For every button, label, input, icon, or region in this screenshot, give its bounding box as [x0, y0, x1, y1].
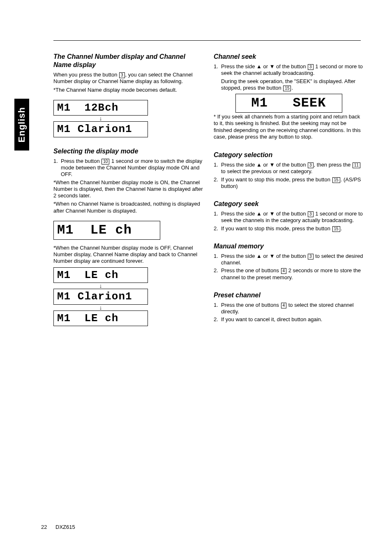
arrow-down-icon: ↓ [53, 283, 148, 289]
note: *When the Channel Number display mode is… [53, 245, 203, 265]
lcd-display: M1 Clarion1 [53, 289, 148, 305]
footer-model: DXZ615 [55, 524, 75, 531]
sec-channel-seek-title: Channel seek [214, 53, 364, 61]
sec-channel-display-note: *The Channel Name display mode becomes d… [53, 87, 203, 93]
sec-channel-display-body: When you press the button 3, you can sel… [53, 72, 203, 85]
language-tab: English [14, 99, 29, 151]
sec-manual-memory-title: Manual memory [214, 242, 364, 250]
sec-display-mode-title: Selecting the display mode [53, 147, 203, 155]
button-3: 3 [308, 162, 314, 168]
button-3: 3 [119, 72, 125, 78]
lcd-display: M1 SEEK [235, 94, 342, 113]
step-2: 2. If you want to stop this mode, press … [214, 225, 364, 232]
step-1: 1. Press the button 10 1 second or more … [53, 158, 203, 178]
arrow-down-icon: ↓ [53, 305, 148, 310]
button-4: 4 [281, 303, 287, 308]
note: * If you seek all channels from a starti… [214, 114, 364, 140]
button-10: 10 [101, 159, 109, 164]
step-1: 1. Press the one of buttons 4 to select … [214, 302, 364, 315]
lcd-display: M1 LE ch [53, 267, 148, 283]
step-2: 2. If you want to cancel it, direct butt… [214, 316, 364, 323]
step-2: 2. Press the one of buttons 4 2 seconds … [214, 267, 364, 281]
button-3: 3 [308, 64, 314, 70]
button-15: 15 [283, 86, 291, 91]
arrow-down-icon: ↓ [53, 116, 148, 121]
lcd-stack-1: M1 12Bch ↓ M1 Clarion1 [53, 99, 203, 138]
note: *When no Channel Name is broadcasted, no… [53, 201, 203, 214]
header-rule [53, 40, 361, 41]
lcd-display: M1 LE ch [53, 310, 148, 327]
sec-channel-display-title: The Channel Number display and Channel N… [53, 53, 203, 69]
step-1: 1. Press the side ▲ or ▼ of the button 3… [214, 253, 364, 266]
step-1: 1. Press the side ▲ or ▼ of the button 3… [214, 211, 364, 224]
lcd-display: M1 Clarion1 [53, 121, 148, 137]
lcd-stack-2: M1 LE ch ↓ M1 Clarion1 ↓ M1 LE ch [53, 266, 203, 327]
lcd-display: M1 LE ch [53, 221, 160, 240]
button-11: 11 [353, 162, 360, 168]
step-1: 1. Press the side ▲ or ▼ of the button 3… [214, 63, 364, 77]
sec-preset-channel-title: Preset channel [214, 291, 364, 299]
sec-category-seek-title: Category seek [214, 200, 364, 208]
button-3: 3 [308, 211, 314, 217]
step-1: 1. Press the side ▲ or ▼ of the button 3… [214, 162, 364, 175]
lcd-display: M1 12Bch [53, 100, 148, 116]
page-number: 22 [41, 524, 47, 531]
button-15: 15 [332, 177, 340, 183]
step-2: 2. If you want to stop this mode, press … [214, 176, 364, 190]
button-4: 4 [281, 268, 287, 274]
sec-category-selection-title: Category selection [214, 151, 364, 159]
button-3: 3 [308, 254, 314, 259]
button-15: 15 [332, 226, 340, 232]
note: During the seek operation, the "SEEK" is… [221, 78, 364, 92]
note: *When the Channel Number display mode is… [53, 179, 203, 199]
